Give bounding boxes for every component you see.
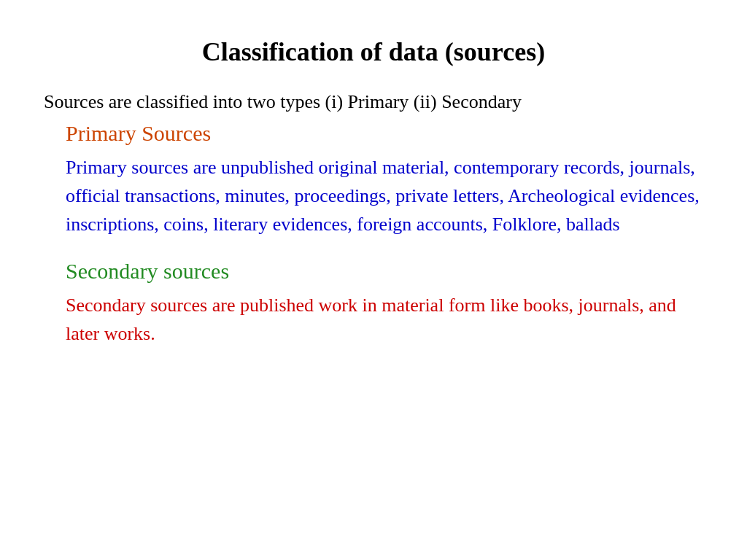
primary-sources-description: Primary sources are unpublished original… — [66, 153, 703, 238]
secondary-sources-heading: Secondary sources — [66, 259, 703, 284]
page-title: Classification of data (sources) — [44, 36, 703, 67]
secondary-sources-description: Secondary sources are published work in … — [66, 291, 703, 348]
slide: Classification of data (sources) Sources… — [0, 0, 747, 560]
intro-text: Sources are classified into two types (i… — [44, 89, 703, 115]
primary-sources-heading: Primary Sources — [66, 121, 703, 146]
